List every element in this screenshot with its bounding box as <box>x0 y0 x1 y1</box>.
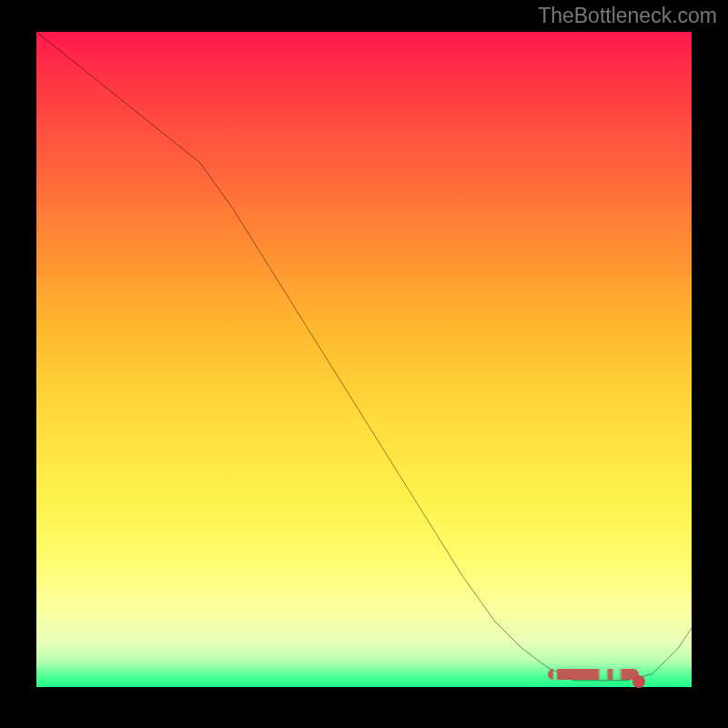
curve-svg <box>36 32 692 687</box>
plot-area <box>36 32 692 687</box>
chart-container: TheBottleneck.com <box>0 0 728 728</box>
attribution-text: TheBottleneck.com <box>538 4 717 28</box>
minimum-marker-cap <box>632 675 645 688</box>
minimum-marker-band <box>548 669 640 680</box>
bottleneck-curve <box>36 32 692 681</box>
